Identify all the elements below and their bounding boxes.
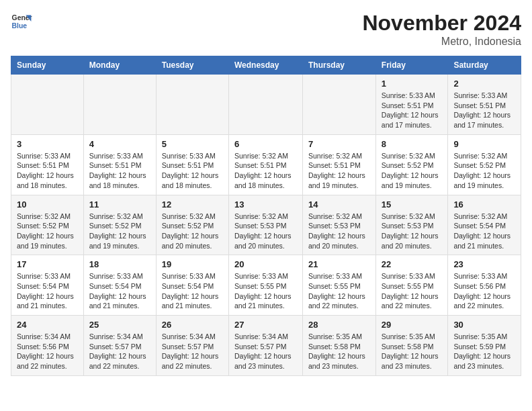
table-row: 10Sunrise: 5:32 AM Sunset: 5:52 PM Dayli…	[11, 195, 84, 255]
day-number: 20	[234, 259, 297, 269]
day-number: 29	[382, 320, 443, 330]
header-tuesday: Tuesday	[156, 56, 228, 75]
day-info: Sunrise: 5:32 AM Sunset: 5:52 PM Dayligh…	[89, 212, 150, 251]
day-number: 8	[382, 139, 443, 149]
table-row: 19Sunrise: 5:33 AM Sunset: 5:54 PM Dayli…	[156, 255, 228, 316]
table-row	[156, 75, 228, 135]
day-info: Sunrise: 5:32 AM Sunset: 5:52 PM Dayligh…	[382, 151, 443, 191]
table-row	[11, 75, 84, 135]
day-info: Sunrise: 5:32 AM Sunset: 5:54 PM Dayligh…	[453, 212, 515, 251]
day-number: 14	[308, 199, 370, 210]
table-row: 6Sunrise: 5:32 AM Sunset: 5:51 PM Daylig…	[228, 134, 302, 195]
day-info: Sunrise: 5:35 AM Sunset: 5:58 PM Dayligh…	[308, 332, 370, 371]
table-row: 18Sunrise: 5:33 AM Sunset: 5:54 PM Dayli…	[83, 255, 156, 316]
day-info: Sunrise: 5:34 AM Sunset: 5:57 PM Dayligh…	[234, 332, 297, 371]
day-info: Sunrise: 5:33 AM Sunset: 5:54 PM Dayligh…	[89, 271, 150, 311]
day-number: 16	[453, 199, 515, 210]
title-block: November 2024 Metro, Indonesia	[362, 11, 521, 48]
day-number: 5	[162, 139, 223, 149]
day-info: Sunrise: 5:32 AM Sunset: 5:52 PM Dayligh…	[453, 151, 515, 191]
calendar-week-row: 24Sunrise: 5:34 AM Sunset: 5:56 PM Dayli…	[11, 316, 521, 376]
table-row: 22Sunrise: 5:33 AM Sunset: 5:55 PM Dayli…	[375, 255, 448, 316]
table-row: 7Sunrise: 5:32 AM Sunset: 5:51 PM Daylig…	[303, 134, 376, 195]
day-info: Sunrise: 5:32 AM Sunset: 5:52 PM Dayligh…	[162, 212, 223, 251]
table-row	[228, 75, 302, 135]
table-row: 4Sunrise: 5:33 AM Sunset: 5:51 PM Daylig…	[83, 134, 156, 195]
table-row: 27Sunrise: 5:34 AM Sunset: 5:57 PM Dayli…	[228, 316, 302, 376]
day-number: 1	[382, 79, 443, 89]
table-row	[83, 75, 156, 135]
page-subtitle: Metro, Indonesia	[362, 36, 521, 48]
table-row: 13Sunrise: 5:32 AM Sunset: 5:53 PM Dayli…	[228, 195, 302, 255]
day-number: 23	[453, 259, 515, 269]
table-row: 21Sunrise: 5:33 AM Sunset: 5:55 PM Dayli…	[303, 255, 376, 316]
logo: General Blue	[11, 11, 32, 32]
day-info: Sunrise: 5:32 AM Sunset: 5:51 PM Dayligh…	[234, 151, 297, 191]
header-friday: Friday	[375, 56, 448, 75]
table-row: 20Sunrise: 5:33 AM Sunset: 5:55 PM Dayli…	[228, 255, 302, 316]
day-number: 11	[89, 199, 150, 210]
table-row	[303, 75, 376, 135]
day-number: 22	[382, 259, 443, 269]
day-info: Sunrise: 5:33 AM Sunset: 5:54 PM Dayligh…	[162, 271, 223, 311]
day-number: 17	[17, 259, 78, 269]
table-row: 16Sunrise: 5:32 AM Sunset: 5:54 PM Dayli…	[448, 195, 521, 255]
day-info: Sunrise: 5:32 AM Sunset: 5:53 PM Dayligh…	[234, 212, 297, 251]
calendar-week-row: 3Sunrise: 5:33 AM Sunset: 5:51 PM Daylig…	[11, 134, 521, 195]
day-number: 30	[453, 320, 515, 330]
day-number: 12	[162, 199, 223, 210]
day-number: 26	[162, 320, 223, 330]
day-info: Sunrise: 5:32 AM Sunset: 5:52 PM Dayligh…	[17, 212, 78, 251]
table-row: 25Sunrise: 5:34 AM Sunset: 5:57 PM Dayli…	[83, 316, 156, 376]
day-number: 10	[17, 199, 78, 210]
day-number: 27	[234, 320, 297, 330]
day-info: Sunrise: 5:32 AM Sunset: 5:51 PM Dayligh…	[308, 151, 370, 191]
table-row: 3Sunrise: 5:33 AM Sunset: 5:51 PM Daylig…	[11, 134, 84, 195]
day-number: 19	[162, 259, 223, 269]
table-row: 17Sunrise: 5:33 AM Sunset: 5:54 PM Dayli…	[11, 255, 84, 316]
day-info: Sunrise: 5:33 AM Sunset: 5:51 PM Dayligh…	[17, 151, 78, 191]
table-row: 29Sunrise: 5:35 AM Sunset: 5:58 PM Dayli…	[375, 316, 448, 376]
day-info: Sunrise: 5:34 AM Sunset: 5:56 PM Dayligh…	[17, 332, 78, 371]
table-row: 11Sunrise: 5:32 AM Sunset: 5:52 PM Dayli…	[83, 195, 156, 255]
day-info: Sunrise: 5:32 AM Sunset: 5:53 PM Dayligh…	[308, 212, 370, 251]
day-info: Sunrise: 5:34 AM Sunset: 5:57 PM Dayligh…	[89, 332, 150, 371]
table-row: 24Sunrise: 5:34 AM Sunset: 5:56 PM Dayli…	[11, 316, 84, 376]
calendar-week-row: 17Sunrise: 5:33 AM Sunset: 5:54 PM Dayli…	[11, 255, 521, 316]
day-info: Sunrise: 5:33 AM Sunset: 5:56 PM Dayligh…	[453, 271, 515, 311]
day-number: 15	[382, 199, 443, 210]
table-row: 12Sunrise: 5:32 AM Sunset: 5:52 PM Dayli…	[156, 195, 228, 255]
day-info: Sunrise: 5:33 AM Sunset: 5:55 PM Dayligh…	[308, 271, 370, 311]
day-number: 21	[308, 259, 370, 269]
table-row: 15Sunrise: 5:32 AM Sunset: 5:53 PM Dayli…	[375, 195, 448, 255]
day-info: Sunrise: 5:33 AM Sunset: 5:51 PM Dayligh…	[89, 151, 150, 191]
table-row: 28Sunrise: 5:35 AM Sunset: 5:58 PM Dayli…	[303, 316, 376, 376]
day-number: 28	[308, 320, 370, 330]
table-row: 2Sunrise: 5:33 AM Sunset: 5:51 PM Daylig…	[448, 75, 521, 135]
day-info: Sunrise: 5:34 AM Sunset: 5:57 PM Dayligh…	[162, 332, 223, 371]
header-sunday: Sunday	[11, 56, 84, 75]
calendar-week-row: 10Sunrise: 5:32 AM Sunset: 5:52 PM Dayli…	[11, 195, 521, 255]
table-row: 5Sunrise: 5:33 AM Sunset: 5:51 PM Daylig…	[156, 134, 228, 195]
day-number: 25	[89, 320, 150, 330]
table-row: 23Sunrise: 5:33 AM Sunset: 5:56 PM Dayli…	[448, 255, 521, 316]
day-info: Sunrise: 5:32 AM Sunset: 5:53 PM Dayligh…	[382, 212, 443, 251]
calendar-header-row: Sunday Monday Tuesday Wednesday Thursday…	[11, 56, 521, 75]
day-info: Sunrise: 5:35 AM Sunset: 5:58 PM Dayligh…	[382, 332, 443, 371]
table-row: 26Sunrise: 5:34 AM Sunset: 5:57 PM Dayli…	[156, 316, 228, 376]
page-title: November 2024	[362, 11, 521, 36]
table-row: 8Sunrise: 5:32 AM Sunset: 5:52 PM Daylig…	[375, 134, 448, 195]
day-number: 7	[308, 139, 370, 149]
calendar-table: Sunday Monday Tuesday Wednesday Thursday…	[11, 56, 521, 376]
day-number: 6	[234, 139, 297, 149]
day-info: Sunrise: 5:33 AM Sunset: 5:51 PM Dayligh…	[162, 151, 223, 191]
table-row: 14Sunrise: 5:32 AM Sunset: 5:53 PM Dayli…	[303, 195, 376, 255]
day-number: 4	[89, 139, 150, 149]
table-row: 1Sunrise: 5:33 AM Sunset: 5:51 PM Daylig…	[375, 75, 448, 135]
day-number: 18	[89, 259, 150, 269]
day-number: 9	[453, 139, 515, 149]
day-info: Sunrise: 5:33 AM Sunset: 5:51 PM Dayligh…	[453, 91, 515, 130]
table-row: 9Sunrise: 5:32 AM Sunset: 5:52 PM Daylig…	[448, 134, 521, 195]
day-number: 3	[17, 139, 78, 149]
table-row: 30Sunrise: 5:35 AM Sunset: 5:59 PM Dayli…	[448, 316, 521, 376]
